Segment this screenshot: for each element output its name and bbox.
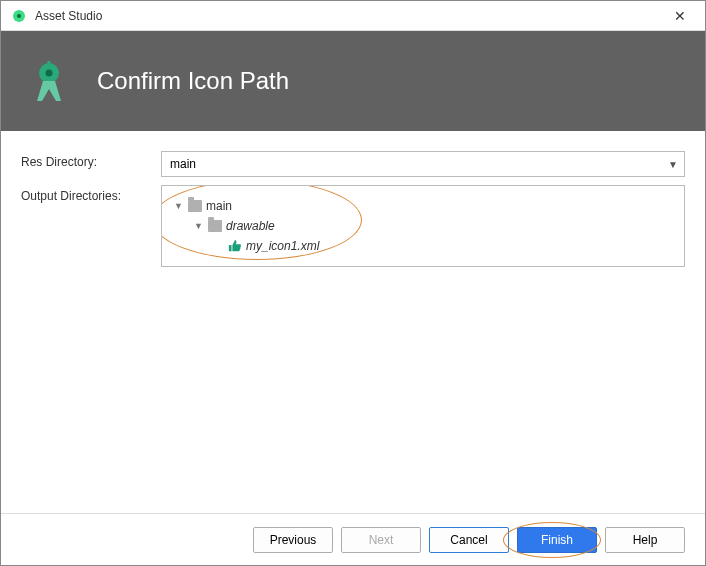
cancel-button[interactable]: Cancel <box>429 527 509 553</box>
help-button[interactable]: Help <box>605 527 685 553</box>
svg-rect-4 <box>48 61 51 66</box>
svg-rect-5 <box>229 245 232 251</box>
res-directory-label: Res Directory: <box>21 151 161 169</box>
chevron-down-icon: ▼ <box>668 159 678 170</box>
tree-node-main[interactable]: ▼ main <box>170 196 676 216</box>
svg-point-3 <box>46 70 53 77</box>
finish-button[interactable]: Finish <box>517 527 597 553</box>
titlebar: Asset Studio ✕ <box>1 1 705 31</box>
folder-icon <box>208 220 222 232</box>
close-icon[interactable]: ✕ <box>665 8 695 24</box>
window-title: Asset Studio <box>35 9 665 23</box>
output-directories-label: Output Directories: <box>21 185 161 203</box>
previous-button[interactable]: Previous <box>253 527 333 553</box>
app-icon <box>11 8 27 24</box>
res-directory-value: main <box>170 157 196 171</box>
button-bar: Previous Next Cancel Finish Help <box>1 513 705 565</box>
tree-label: main <box>206 199 232 213</box>
content-area: Res Directory: main ▼ Output Directories… <box>1 131 705 513</box>
banner: Confirm Icon Path <box>1 31 705 131</box>
next-button: Next <box>341 527 421 553</box>
svg-point-1 <box>17 14 21 18</box>
output-directories-tree[interactable]: ▼ main ▼ drawable my_icon1.xml <box>161 185 685 267</box>
expander-icon[interactable]: ▼ <box>174 201 184 211</box>
res-directory-dropdown[interactable]: main ▼ <box>161 151 685 177</box>
tree-label: drawable <box>226 219 275 233</box>
tree-leaf-file[interactable]: my_icon1.xml <box>170 236 676 256</box>
expander-icon[interactable]: ▼ <box>194 221 204 231</box>
tree-node-drawable[interactable]: ▼ drawable <box>170 216 676 236</box>
android-studio-icon <box>25 57 73 105</box>
page-title: Confirm Icon Path <box>97 67 289 95</box>
tree-label: my_icon1.xml <box>246 239 319 253</box>
folder-icon <box>188 200 202 212</box>
thumbs-up-icon <box>228 239 242 253</box>
